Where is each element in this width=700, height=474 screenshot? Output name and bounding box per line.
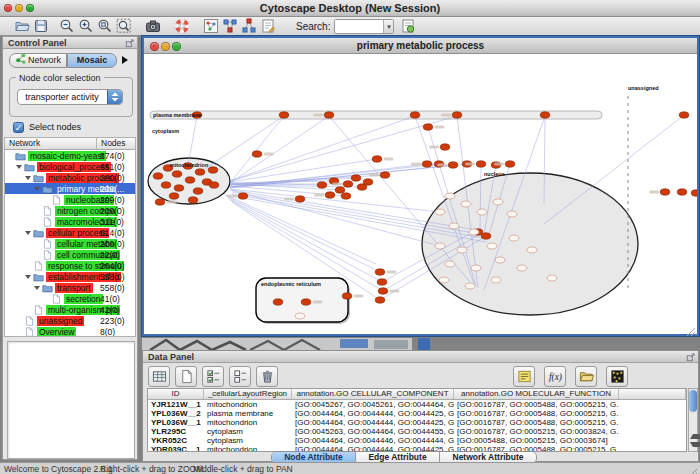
tree-column-network[interactable]: Network [5, 138, 97, 149]
graph-node[interactable] [372, 156, 382, 162]
tab-overflow-arrow-icon[interactable] [122, 56, 128, 64]
advanced-search-icon[interactable] [400, 18, 416, 34]
graph-ring-node[interactable] [435, 243, 445, 249]
graph-node[interactable] [481, 233, 491, 239]
expand-arrow-icon[interactable] [16, 165, 22, 169]
graph-node[interactable] [440, 144, 450, 150]
graph-node[interactable] [155, 199, 165, 205]
table-row-yjr121w__1[interactable]: YJR121W__1mitochondrion[GO:0045267, GO:0… [148, 400, 686, 409]
graph-ring-node[interactable] [487, 243, 497, 249]
save-icon[interactable] [33, 18, 49, 34]
graph-ring-node[interactable] [445, 193, 455, 199]
graph-node[interactable] [505, 161, 515, 167]
graph-node[interactable] [335, 187, 345, 193]
search-dropdown-arrow-icon[interactable]: ▾ [383, 20, 393, 33]
graph-node[interactable] [422, 161, 432, 167]
graph-node[interactable] [341, 193, 351, 199]
graph-node[interactable] [375, 297, 385, 303]
network-canvas[interactable]: plasma membranecytoplasmmitochondrionnuc… [144, 54, 697, 334]
zoom-fit-icon[interactable] [116, 18, 132, 34]
zoom-out-icon[interactable] [59, 18, 75, 34]
table-row-ykr052c[interactable]: YKR052Ccytoplasm[GO:0044464, GO:0044446,… [148, 436, 686, 445]
graph-node[interactable] [375, 269, 385, 275]
expand-arrow-icon[interactable] [25, 176, 31, 180]
tree-row-primary-metabo[interactable]: primary metabo209(... [5, 183, 135, 194]
matrix-button[interactable] [606, 366, 628, 387]
graph-ring-node[interactable] [517, 265, 527, 271]
tree-row-cellular-process[interactable]: cellular process614(0) [5, 227, 135, 238]
tree-row-mosaic-demo-yeast[interactable]: mosaic-demo-yeast874(0) [5, 150, 135, 161]
attribute-panel-button[interactable] [513, 366, 535, 387]
graph-ring-node[interactable] [295, 313, 305, 319]
scrollbar-thumb[interactable] [689, 390, 697, 412]
network-overview-icon[interactable] [203, 18, 219, 34]
search-input[interactable] [335, 20, 383, 31]
graph-node[interactable] [169, 193, 179, 199]
graph-node[interactable] [343, 181, 353, 187]
graph-node[interactable] [153, 173, 163, 179]
tree-row-unassigned[interactable]: unassigned223(0) [5, 315, 135, 326]
graph-ring-node[interactable] [527, 247, 537, 253]
table-column-header[interactable]: ID [148, 389, 204, 399]
graph-node[interactable] [351, 175, 361, 181]
tree-row-nitrogen-compo[interactable]: nitrogen compo209(0) [5, 205, 135, 216]
tab-network[interactable]: Network [9, 53, 67, 68]
graph-node[interactable] [660, 189, 670, 195]
graph-node[interactable] [410, 112, 420, 118]
scroll-up-icon[interactable] [690, 434, 700, 439]
graph-ring-node[interactable] [471, 265, 481, 271]
table-column-header[interactable]: annotation.GO MOLECULAR_FUNCTION [454, 389, 619, 399]
graph-node[interactable] [325, 192, 335, 198]
open-folder-icon[interactable] [14, 18, 30, 34]
tree-row-biological-process[interactable]: biological_process651(0) [5, 161, 135, 172]
graph-ring-node[interactable] [435, 209, 445, 215]
graph-node[interactable] [448, 162, 458, 168]
window-resize-grip[interactable] [686, 323, 696, 333]
graph-node[interactable] [691, 190, 697, 196]
graph-ring-node[interactable] [547, 275, 557, 281]
graph-node[interactable] [380, 172, 390, 178]
zoom-selected-icon[interactable] [97, 18, 113, 34]
graph-node[interactable] [295, 196, 305, 202]
graph-node[interactable] [452, 112, 462, 118]
table-button[interactable] [148, 366, 170, 387]
graph-ring-node[interactable] [439, 277, 449, 283]
graph-ring-node[interactable] [493, 199, 503, 205]
expand-arrow-icon[interactable] [25, 231, 31, 235]
tree-row-macromolecule[interactable]: macromolecule311(0) [5, 216, 135, 227]
graph-node[interactable] [273, 299, 283, 305]
graph-node[interactable] [476, 161, 486, 167]
float-panel-icon[interactable] [125, 38, 135, 48]
tree-row-establishment-of-lo[interactable]: establishment of lo558(0) [5, 271, 135, 282]
graph-node[interactable] [209, 182, 219, 188]
graph-ring-node[interactable] [507, 211, 517, 217]
graph-node[interactable] [188, 197, 198, 203]
graph-node[interactable] [342, 293, 352, 299]
graph-node[interactable] [238, 193, 248, 199]
graph-node[interactable] [378, 288, 388, 294]
table-row-ypl036w__1[interactable]: YPL036W__1mitochondrion[GO:0044464, GO:0… [148, 418, 686, 427]
graph-ring-node[interactable] [445, 261, 455, 267]
graph-ring-node[interactable] [491, 277, 501, 283]
tree-row-secretion[interactable]: secretion41(0) [5, 293, 135, 304]
graph-node[interactable] [301, 299, 311, 305]
new-page-button[interactable] [175, 366, 197, 387]
graph-node[interactable] [185, 177, 195, 183]
graph-node[interactable] [540, 112, 550, 118]
float-panel-icon[interactable] [686, 352, 696, 362]
expand-arrow-icon[interactable] [34, 286, 40, 290]
graph-node[interactable] [317, 182, 327, 188]
deselect-all-button[interactable] [229, 366, 251, 387]
graph-node[interactable] [363, 179, 373, 185]
graph-node[interactable] [677, 189, 687, 195]
table-row-ylr295c[interactable]: YLR295Ccytoplasm[GO:0045263, GO:0044464,… [148, 427, 686, 436]
trash-button[interactable] [256, 366, 278, 387]
graph-ring-node[interactable] [457, 247, 467, 253]
import-button[interactable] [575, 366, 597, 387]
app-resize-grip[interactable] [688, 464, 698, 474]
table-scrollbar[interactable] [688, 388, 698, 452]
tree-row-cell-communicat[interactable]: cell communicat22(0) [5, 249, 135, 260]
table-row-ypl036w__2[interactable]: YPL036W__2plasma membrane[GO:0044464, GO… [148, 409, 686, 418]
graph-node[interactable] [679, 112, 689, 118]
tree-row-overview[interactable]: Overview8(0) [5, 326, 135, 337]
